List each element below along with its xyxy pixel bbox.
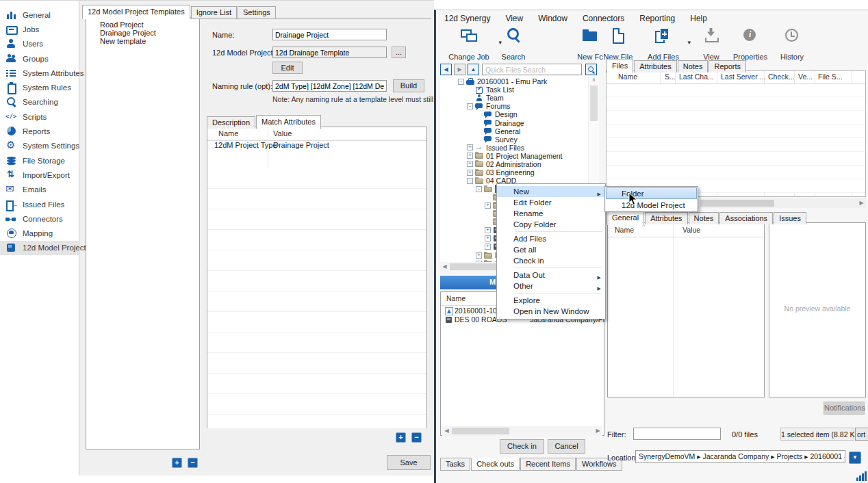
scroll-thumb[interactable] — [452, 428, 509, 434]
context-menu-item[interactable]: Add Files — [497, 233, 605, 244]
context-menu-item[interactable]: Copy Folder — [497, 219, 605, 230]
tree-item[interactable]: Drainage — [440, 118, 588, 127]
detail-tab[interactable]: Description — [207, 116, 255, 129]
detail-tab[interactable]: Match Attributes — [256, 115, 321, 129]
sidebar-item[interactable]: Users — [0, 37, 79, 51]
location-dropdown-button[interactable]: ▼ — [849, 452, 861, 464]
add-template-button[interactable]: + — [172, 458, 182, 468]
back-button[interactable]: ◀ — [440, 64, 452, 75]
column-header[interactable]: Last Cha... — [679, 73, 714, 81]
menu[interactable]: Connectors — [583, 14, 624, 23]
name-column-header[interactable]: Name — [218, 129, 238, 138]
expand-toggle[interactable]: - — [467, 178, 473, 184]
properties-tab[interactable]: Notes — [689, 212, 719, 224]
scroll-right-icon[interactable]: ▶ — [857, 198, 866, 208]
expand-toggle[interactable]: + — [485, 235, 491, 242]
context-menu-item[interactable]: Other ▶ — [497, 280, 605, 291]
save-button[interactable]: Save — [387, 455, 431, 470]
files-tab[interactable]: Reports — [709, 60, 746, 73]
context-menu-item[interactable]: Explore — [497, 295, 605, 306]
bottom-tab[interactable]: Recent Items — [520, 458, 576, 471]
expand-toggle[interactable]: + — [467, 153, 473, 159]
remove-attribute-button[interactable]: − — [411, 432, 422, 443]
scroll-up-icon[interactable]: ∧ — [589, 76, 599, 85]
properties-tab[interactable]: Associations — [719, 212, 773, 224]
scroll-left-icon[interactable]: ◀ — [442, 426, 451, 436]
expand-toggle[interactable]: - — [458, 79, 464, 85]
sidebar-item[interactable]: Scripts — [0, 109, 79, 124]
properties-tab[interactable]: General — [607, 211, 644, 225]
notifications-button[interactable]: Notifications — [824, 402, 865, 415]
name-column-header[interactable]: Name — [615, 226, 634, 234]
add-attribute-button[interactable]: + — [396, 432, 406, 443]
name-column-header[interactable]: Name — [446, 294, 465, 302]
tree-item[interactable]: Team — [440, 94, 588, 102]
name-field[interactable] — [272, 29, 387, 40]
files-tab[interactable]: Files — [607, 59, 633, 73]
tree-item[interactable]: - Forums — [440, 102, 588, 110]
build-button[interactable]: Build — [393, 79, 424, 92]
value-column-header[interactable]: Value — [273, 129, 292, 138]
admin-tab[interactable]: Ignore List — [191, 6, 237, 18]
browse-button[interactable]: ... — [392, 47, 406, 58]
expand-toggle[interactable]: + — [485, 227, 491, 233]
clipped-report-button[interactable]: ort — [855, 428, 868, 441]
submenu-item[interactable]: Folder — [606, 187, 697, 199]
toolbar-button[interactable]: Add Files ▾ — [644, 28, 682, 61]
value-column-header[interactable]: Value — [682, 226, 700, 234]
scroll-left-icon[interactable]: ◀ — [440, 262, 449, 272]
search-go-button[interactable] — [585, 64, 597, 75]
checkouts-horizontal-scrollbar[interactable]: ◀ ▶ — [442, 426, 602, 436]
template-item[interactable]: Road Project — [86, 21, 199, 29]
tree-item[interactable]: + Issued Files — [440, 144, 588, 152]
tree-item[interactable]: Task List — [440, 86, 588, 94]
tree-item[interactable]: - 20160001 - Emu Park — [440, 77, 588, 86]
forward-button[interactable]: ▶ — [454, 64, 465, 75]
column-header[interactable]: File S... — [818, 73, 843, 81]
caret-down-icon[interactable]: ▾ — [687, 39, 691, 46]
sidebar-item[interactable]: Emails — [0, 183, 79, 197]
sidebar-item[interactable]: System Settings — [0, 139, 79, 153]
expand-toggle[interactable]: - — [467, 103, 473, 109]
naming-rule-field[interactable] — [272, 80, 387, 92]
menu[interactable]: View — [505, 14, 523, 23]
tree-item[interactable]: + 03 Engineering — [440, 168, 588, 177]
submenu-item[interactable]: 12d Model Project — [606, 199, 697, 211]
menu[interactable]: Help — [690, 14, 707, 23]
sidebar-item[interactable]: 12d Model Projects — [0, 241, 79, 255]
expand-toggle[interactable]: + — [467, 170, 473, 176]
remove-template-button[interactable]: − — [188, 458, 198, 468]
properties-tab[interactable]: Attributes — [645, 212, 687, 224]
toolbar-button[interactable]: Change Job ▾ — [444, 28, 494, 61]
toolbar-button[interactable]: Search — [496, 28, 531, 61]
cancel-button[interactable]: Cancel — [548, 439, 585, 454]
toolbar-button[interactable]: View — [695, 28, 728, 61]
context-menu-item[interactable]: Get all — [497, 244, 605, 255]
sidebar-item[interactable]: System Attributes — [0, 66, 79, 80]
tree-item[interactable]: + 02 Administration — [440, 160, 588, 168]
toolbar-button[interactable]: New File — [600, 28, 636, 61]
table-row[interactable]: 12dM Project Type Drainage Project — [207, 140, 426, 151]
tree-item[interactable]: Design — [440, 110, 588, 118]
expand-toggle[interactable]: + — [476, 252, 482, 259]
expand-toggle[interactable]: + — [485, 244, 491, 250]
scroll-right-icon[interactable]: ▶ — [593, 426, 602, 436]
context-menu-item[interactable]: Check in — [497, 255, 605, 266]
expand-toggle[interactable]: - — [476, 186, 482, 192]
sidebar-item[interactable]: Searching — [0, 95, 79, 109]
admin-tab[interactable]: Settings — [238, 6, 276, 18]
context-menu-item[interactable]: Edit Folder — [497, 197, 605, 208]
check-in-button[interactable]: Check in — [500, 439, 544, 454]
context-menu-item[interactable]: Data Out ▶ — [497, 270, 605, 280]
sidebar-item[interactable]: Reports — [0, 124, 79, 138]
tree-item[interactable]: Survey — [440, 135, 588, 144]
toolbar-button[interactable]: Properties — [729, 28, 771, 61]
toolbar-button[interactable]: History — [774, 28, 810, 61]
filter-input[interactable] — [633, 428, 721, 440]
context-menu-item[interactable]: New ▶ — [497, 186, 605, 197]
quick-search-input[interactable] — [482, 64, 582, 75]
column-header[interactable]: Ve... — [798, 73, 813, 81]
column-header[interactable]: Check... — [768, 73, 795, 81]
template-item[interactable]: New template — [86, 37, 199, 45]
sidebar-item[interactable]: System Rules — [0, 80, 79, 94]
